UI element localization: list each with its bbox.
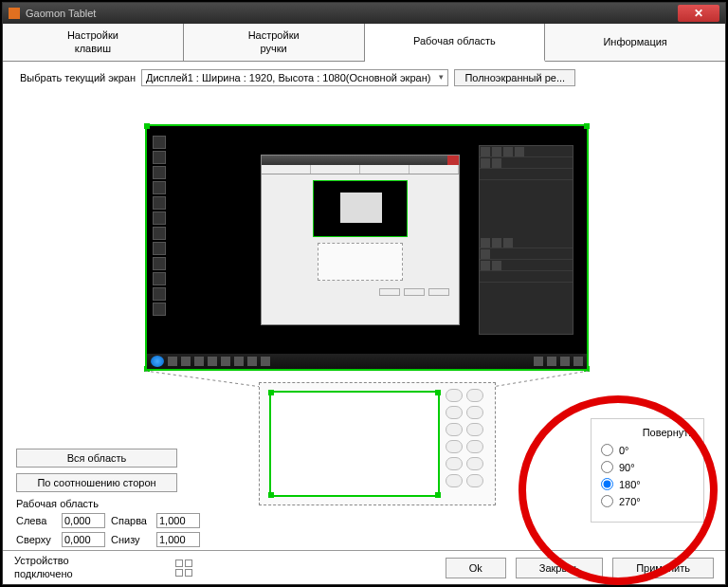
fullscreen-button[interactable]: Полноэкранный ре... bbox=[454, 69, 575, 86]
preview-nested-window bbox=[261, 155, 460, 325]
tablet-active-area[interactable] bbox=[269, 391, 440, 497]
left-label: Слева bbox=[16, 515, 56, 526]
content-area: Настройки клавиш Настройки ручки Рабочая… bbox=[3, 24, 725, 584]
rotate-270[interactable]: 270° bbox=[601, 495, 694, 507]
tab-info[interactable]: Информация bbox=[545, 24, 725, 61]
left-input[interactable] bbox=[62, 513, 105, 528]
monitor-handle-tr[interactable] bbox=[584, 123, 590, 129]
workarea-label: Рабочая область bbox=[16, 498, 215, 509]
rotate-90[interactable]: 90° bbox=[601, 461, 694, 473]
screen-select-row: Выбрать текущий экран Дисплей1 : Ширина … bbox=[3, 62, 725, 94]
right-input[interactable] bbox=[156, 513, 200, 528]
aspect-ratio-button[interactable]: По соотношению сторон bbox=[16, 473, 177, 492]
window-title: Gaomon Tablet bbox=[26, 8, 96, 19]
footer: Устройство подключено Ok Закрыть Примени… bbox=[3, 550, 725, 584]
close-window-button[interactable]: ✕ bbox=[678, 5, 719, 22]
app-window: Gaomon Tablet ✕ Настройки клавиш Настрой… bbox=[2, 2, 726, 585]
monitor-preview[interactable] bbox=[145, 124, 589, 371]
rotate-title: Повернуть bbox=[601, 427, 694, 438]
monitor-handle-tl[interactable] bbox=[144, 123, 150, 129]
bottom-label: Снизу bbox=[111, 534, 151, 545]
tablet-handle-bl[interactable] bbox=[268, 492, 274, 498]
top-label: Сверху bbox=[16, 534, 56, 545]
app-icon bbox=[9, 8, 20, 19]
whole-area-button[interactable]: Вся область bbox=[16, 449, 177, 468]
grid-icon[interactable] bbox=[175, 559, 192, 577]
tablet-handle-br[interactable] bbox=[435, 492, 441, 498]
rotate-0[interactable]: 0° bbox=[601, 444, 694, 456]
right-label: Спарва bbox=[111, 515, 151, 526]
screen-select-label: Выбрать текущий экран bbox=[20, 72, 136, 83]
tab-keys[interactable]: Настройки клавиш bbox=[3, 24, 184, 61]
apply-button[interactable]: Применить bbox=[612, 558, 714, 578]
tablet-handle-tr[interactable] bbox=[435, 390, 441, 395]
preview-taskbar bbox=[147, 354, 587, 369]
left-controls: Вся область По соотношению сторон Рабоча… bbox=[16, 449, 215, 551]
titlebar: Gaomon Tablet ✕ bbox=[3, 3, 725, 24]
top-input[interactable] bbox=[62, 532, 105, 547]
rotate-180[interactable]: 180° bbox=[601, 478, 694, 490]
tab-pen[interactable]: Настройки ручки bbox=[184, 24, 365, 61]
tablet-express-keys bbox=[446, 389, 489, 491]
preview-left-toolbar bbox=[153, 136, 168, 318]
tablet-area[interactable] bbox=[259, 382, 496, 505]
tab-workarea[interactable]: Рабочая область bbox=[365, 24, 546, 62]
bottom-input[interactable] bbox=[156, 532, 200, 547]
ok-button[interactable]: Ok bbox=[446, 558, 506, 578]
preview-dark-panel bbox=[479, 145, 573, 335]
svg-line-1 bbox=[486, 371, 589, 388]
svg-line-0 bbox=[145, 371, 268, 388]
tablet-handle-tl[interactable] bbox=[268, 390, 274, 395]
device-status: Устройство подключено bbox=[14, 555, 166, 579]
rotate-panel: Повернуть 0° 90° 180° 270° bbox=[591, 418, 704, 523]
screen-select[interactable]: Дисплей1 : Ширина : 1920, Высота : 1080(… bbox=[141, 69, 448, 86]
tab-bar: Настройки клавиш Настройки ручки Рабочая… bbox=[3, 24, 725, 62]
close-button[interactable]: Закрыть bbox=[516, 558, 603, 578]
